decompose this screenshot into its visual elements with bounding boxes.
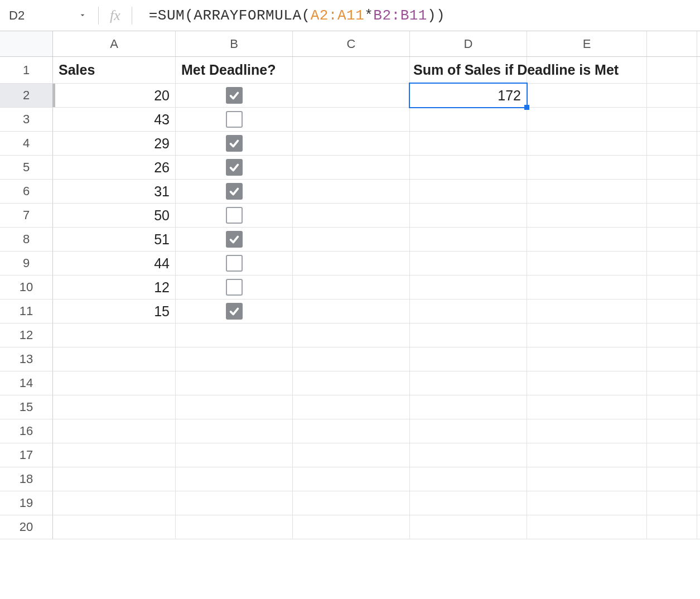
- cell-A16[interactable]: [53, 419, 176, 443]
- cell-D17[interactable]: [410, 443, 527, 467]
- row-header-5[interactable]: 5: [0, 156, 53, 179]
- cell-B16[interactable]: [176, 419, 293, 443]
- cell-E6[interactable]: [527, 180, 647, 203]
- cell-E10[interactable]: [527, 276, 647, 299]
- column-header-C[interactable]: C: [293, 31, 410, 56]
- cell-A19[interactable]: [53, 491, 176, 515]
- cell-D11[interactable]: [410, 300, 527, 323]
- cell-end-8[interactable]: [647, 228, 697, 251]
- cell-E16[interactable]: [527, 419, 647, 443]
- cell-D12[interactable]: [410, 323, 527, 347]
- cell-B17[interactable]: [176, 443, 293, 467]
- cell-C13[interactable]: [293, 347, 410, 371]
- cell-D4[interactable]: [410, 132, 527, 155]
- select-all-corner[interactable]: [0, 31, 53, 56]
- cell-D2[interactable]: 172: [410, 84, 527, 107]
- cell-A4[interactable]: 29: [53, 132, 176, 155]
- cell-C5[interactable]: [293, 156, 410, 179]
- cell-A17[interactable]: [53, 443, 176, 467]
- cell-B14[interactable]: [176, 371, 293, 395]
- cell-end-14[interactable]: [647, 371, 697, 395]
- cell-end-12[interactable]: [647, 323, 697, 347]
- cell-D6[interactable]: [410, 180, 527, 203]
- row-header-15[interactable]: 15: [0, 395, 53, 419]
- cell-C9[interactable]: [293, 252, 410, 275]
- cell-end-19[interactable]: [647, 491, 697, 515]
- cell-D13[interactable]: [410, 347, 527, 371]
- cell-B6[interactable]: [176, 180, 293, 203]
- cell-B19[interactable]: [176, 491, 293, 515]
- cell-C17[interactable]: [293, 443, 410, 467]
- cell-D18[interactable]: [410, 467, 527, 491]
- cell-A18[interactable]: [53, 467, 176, 491]
- row-header-16[interactable]: 16: [0, 419, 53, 443]
- cell-C2[interactable]: [293, 84, 410, 107]
- cell-end-2[interactable]: [647, 84, 697, 107]
- cell-E11[interactable]: [527, 300, 647, 323]
- row-header-12[interactable]: 12: [0, 323, 53, 347]
- cell-E8[interactable]: [527, 228, 647, 251]
- cell-B3[interactable]: [176, 108, 293, 131]
- cell-E4[interactable]: [527, 132, 647, 155]
- column-header-D[interactable]: D: [410, 31, 527, 56]
- cell-D8[interactable]: [410, 228, 527, 251]
- cell-C15[interactable]: [293, 395, 410, 419]
- cell-D14[interactable]: [410, 371, 527, 395]
- cell-E18[interactable]: [527, 467, 647, 491]
- cell-C6[interactable]: [293, 180, 410, 203]
- checkbox-icon[interactable]: [226, 87, 243, 104]
- cell-A14[interactable]: [53, 371, 176, 395]
- column-header-E[interactable]: E: [527, 31, 647, 56]
- cell-D19[interactable]: [410, 491, 527, 515]
- cell-A2[interactable]: 20: [53, 84, 176, 107]
- cell-end-20[interactable]: [647, 515, 697, 539]
- cell-D9[interactable]: [410, 252, 527, 275]
- cell-A20[interactable]: [53, 515, 176, 539]
- cell-A1[interactable]: Sales: [53, 57, 176, 83]
- cell-B15[interactable]: [176, 395, 293, 419]
- cell-end-9[interactable]: [647, 252, 697, 275]
- cell-end-4[interactable]: [647, 132, 697, 155]
- cell-E19[interactable]: [527, 491, 647, 515]
- cell-B8[interactable]: [176, 228, 293, 251]
- cell-B10[interactable]: [176, 276, 293, 299]
- cell-E9[interactable]: [527, 252, 647, 275]
- checkbox-icon[interactable]: [226, 183, 243, 200]
- row-header-9[interactable]: 9: [0, 252, 53, 275]
- checkbox-icon[interactable]: [226, 255, 243, 272]
- cell-A13[interactable]: [53, 347, 176, 371]
- cell-E2[interactable]: [527, 84, 647, 107]
- formula-input[interactable]: =SUM(ARRAYFORMULA(A2:A11*B2:B11)): [138, 7, 697, 24]
- cell-end-16[interactable]: [647, 419, 697, 443]
- cell-E15[interactable]: [527, 395, 647, 419]
- cell-E17[interactable]: [527, 443, 647, 467]
- cell-end-5[interactable]: [647, 156, 697, 179]
- cell-end-11[interactable]: [647, 300, 697, 323]
- cell-B9[interactable]: [176, 252, 293, 275]
- cell-end-15[interactable]: [647, 395, 697, 419]
- cell-C3[interactable]: [293, 108, 410, 131]
- cell-end-18[interactable]: [647, 467, 697, 491]
- cell-A6[interactable]: 31: [53, 180, 176, 203]
- row-header-14[interactable]: 14: [0, 371, 53, 395]
- checkbox-icon[interactable]: [226, 159, 243, 176]
- cell-B2[interactable]: [176, 84, 293, 107]
- cell-B13[interactable]: [176, 347, 293, 371]
- cell-B12[interactable]: [176, 323, 293, 347]
- checkbox-icon[interactable]: [226, 279, 243, 296]
- cell-A3[interactable]: 43: [53, 108, 176, 131]
- cell-D7[interactable]: [410, 204, 527, 227]
- cell-D16[interactable]: [410, 419, 527, 443]
- cell-E14[interactable]: [527, 371, 647, 395]
- row-header-7[interactable]: 7: [0, 204, 53, 227]
- cell-D15[interactable]: [410, 395, 527, 419]
- cell-C4[interactable]: [293, 132, 410, 155]
- cell-A5[interactable]: 26: [53, 156, 176, 179]
- row-header-1[interactable]: 1: [0, 57, 53, 83]
- checkbox-icon[interactable]: [226, 135, 243, 152]
- row-header-3[interactable]: 3: [0, 108, 53, 131]
- row-header-4[interactable]: 4: [0, 132, 53, 155]
- cell-end-1[interactable]: [647, 57, 697, 83]
- cell-end-6[interactable]: [647, 180, 697, 203]
- cell-C18[interactable]: [293, 467, 410, 491]
